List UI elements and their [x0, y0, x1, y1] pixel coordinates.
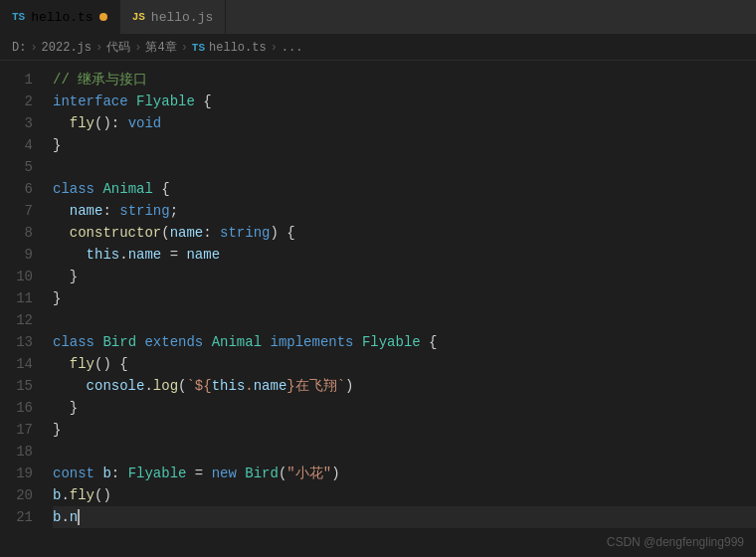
js-lang-badge: JS — [132, 11, 145, 23]
breadcrumb-ch4: 第4章 — [145, 39, 176, 56]
tab-hello-js[interactable]: JS hello.js — [120, 0, 227, 34]
code-line-12 — [53, 309, 756, 331]
code-line-6: class Animal { — [53, 178, 756, 200]
code-line-21: b.n — [53, 506, 756, 528]
code-line-5 — [53, 156, 756, 178]
watermark: CSDN @dengfengling999 — [607, 535, 744, 549]
code-line-20: b.fly() — [53, 484, 756, 506]
ts-lang-badge: TS — [12, 11, 25, 23]
tab-ts-filename: hello.ts — [31, 10, 93, 25]
line-numbers: 1 2 3 4 5 6 7 8 9 10 11 12 13 14 15 16 1… — [0, 61, 45, 557]
tab-hello-ts[interactable]: TS hello.ts — [0, 0, 120, 34]
breadcrumb-code: 代码 — [106, 39, 130, 56]
code-area[interactable]: // 继承与接口 interface Flyable { fly(): void… — [45, 61, 756, 557]
breadcrumb-year: 2022.js — [42, 41, 92, 55]
text-cursor — [78, 509, 80, 525]
code-line-9: this.name = name — [53, 244, 756, 266]
breadcrumb-filename: hello.ts — [209, 41, 267, 55]
code-line-4: } — [53, 134, 756, 156]
code-editor[interactable]: 1 2 3 4 5 6 7 8 9 10 11 12 13 14 15 16 1… — [0, 61, 756, 557]
breadcrumb-d: D: — [12, 41, 26, 55]
code-line-2: interface Flyable { — [53, 91, 756, 112]
modified-dot — [99, 13, 107, 21]
code-line-13: class Bird extends Animal implements Fly… — [53, 331, 756, 353]
code-line-7: name: string; — [53, 200, 756, 222]
breadcrumb: D: › 2022.js › 代码 › 第4章 › TS hello.ts › … — [0, 35, 756, 61]
code-line-11: } — [53, 287, 756, 309]
code-line-19: const b: Flyable = new Bird("小花") — [53, 463, 756, 484]
code-line-8: constructor(name: string) { — [53, 222, 756, 244]
breadcrumb-ts: TS — [192, 42, 205, 54]
code-line-18 — [53, 441, 756, 463]
code-line-10: } — [53, 266, 756, 287]
code-line-1: // 继承与接口 — [53, 69, 756, 91]
code-line-15: console.log(`${this.name}在飞翔`) — [53, 375, 756, 397]
tab-js-filename: hello.js — [151, 10, 213, 25]
code-line-14: fly() { — [53, 353, 756, 375]
tab-bar: TS hello.ts JS hello.js — [0, 0, 756, 35]
code-line-3: fly(): void — [53, 112, 756, 134]
code-line-16: } — [53, 397, 756, 419]
code-line-17: } — [53, 419, 756, 441]
breadcrumb-ellipsis: ... — [282, 41, 303, 55]
